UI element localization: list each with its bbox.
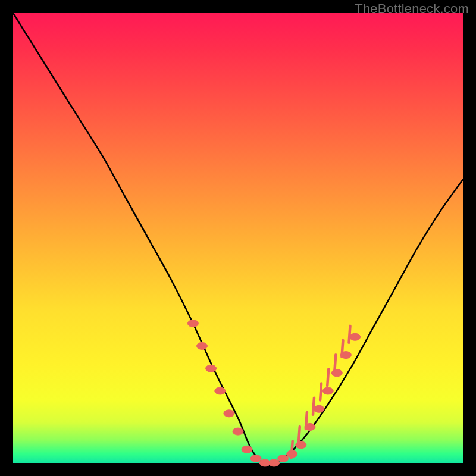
- hatch-stroke: [306, 412, 307, 429]
- curve-marker: [269, 459, 280, 466]
- chart-svg: [13, 13, 463, 463]
- hatch-stroke: [292, 441, 293, 458]
- hatch-stroke: [342, 340, 343, 357]
- hatch-stroke: [334, 355, 336, 371]
- curve-marker: [215, 387, 226, 394]
- hatch-stroke: [327, 369, 328, 386]
- curve-marker: [233, 428, 243, 435]
- watermark-text: TheBottleneck.com: [355, 1, 469, 17]
- hatch-stroke: [320, 384, 321, 400]
- curve-line: [13, 13, 463, 464]
- curve-marker: [250, 455, 261, 462]
- hatch-stroke: [349, 326, 350, 343]
- curve-marker: [314, 405, 324, 412]
- curve-marker: [197, 342, 208, 349]
- hatch-stroke: [313, 398, 314, 415]
- curve-marker: [242, 446, 252, 453]
- curve-marker: [350, 333, 361, 340]
- chart-plot-area: [13, 13, 463, 463]
- curve-marker: [206, 365, 217, 372]
- bottleneck-curve: [13, 13, 463, 464]
- curve-marker: [278, 455, 289, 462]
- right-branch-hatch: [292, 326, 350, 458]
- curve-marker: [187, 320, 198, 327]
- curve-marker: [331, 369, 342, 377]
- hatch-stroke: [299, 427, 300, 443]
- curve-marker: [296, 441, 306, 449]
- curve-marker: [322, 387, 333, 394]
- chart-frame: TheBottleneck.com: [0, 0, 476, 476]
- curve-marker: [224, 410, 234, 417]
